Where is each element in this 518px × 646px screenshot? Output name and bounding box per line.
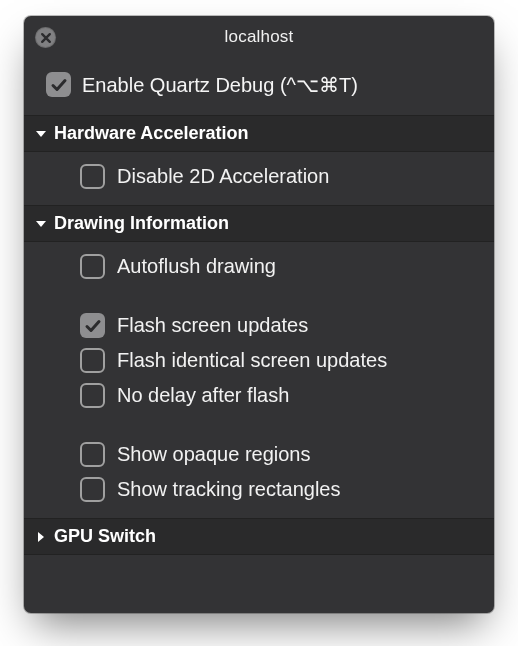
section-header-hardware[interactable]: Hardware Acceleration [24,115,494,152]
option-flash-updates[interactable]: Flash screen updates [80,313,476,338]
section-header-drawing[interactable]: Drawing Information [24,205,494,242]
spacer [80,289,476,303]
section-body-drawing: Autoflush drawing Flash screen updates F… [24,242,494,518]
panel-body: Enable Quartz Debug (^⌥⌘T) Hardware Acce… [24,58,494,565]
section-body-hardware: Disable 2D Acceleration [24,152,494,205]
checkbox-flash-updates[interactable] [80,313,105,338]
debug-panel: localhost Enable Quartz Debug (^⌥⌘T) Har… [24,16,494,613]
enable-quartz-label: Enable Quartz Debug (^⌥⌘T) [82,73,358,97]
disclosure-down-icon [34,217,48,231]
label-disable-2d: Disable 2D Acceleration [117,165,329,188]
label-no-delay: No delay after flash [117,384,289,407]
enable-quartz-row[interactable]: Enable Quartz Debug (^⌥⌘T) [24,58,494,115]
titlebar[interactable]: localhost [24,16,494,58]
option-autoflush[interactable]: Autoflush drawing [80,254,476,279]
option-flash-identical[interactable]: Flash identical screen updates [80,348,476,373]
label-tracking: Show tracking rectangles [117,478,340,501]
option-disable-2d[interactable]: Disable 2D Acceleration [80,164,476,189]
disclosure-down-icon [34,127,48,141]
checkbox-flash-identical[interactable] [80,348,105,373]
option-tracking[interactable]: Show tracking rectangles [80,477,476,502]
close-icon [40,32,52,44]
section-title-hardware: Hardware Acceleration [54,123,248,144]
checkbox-tracking[interactable] [80,477,105,502]
label-flash-updates: Flash screen updates [117,314,308,337]
window-title: localhost [225,27,294,47]
close-button[interactable] [35,27,56,48]
checkbox-autoflush[interactable] [80,254,105,279]
enable-quartz-checkbox[interactable] [46,72,71,97]
section-header-gpu[interactable]: GPU Switch [24,518,494,555]
section-title-gpu: GPU Switch [54,526,156,547]
spacer [80,418,476,432]
label-autoflush: Autoflush drawing [117,255,276,278]
label-flash-identical: Flash identical screen updates [117,349,387,372]
label-opaque: Show opaque regions [117,443,310,466]
section-title-drawing: Drawing Information [54,213,229,234]
option-opaque[interactable]: Show opaque regions [80,442,476,467]
checkbox-opaque[interactable] [80,442,105,467]
disclosure-right-icon [34,530,48,544]
checkbox-no-delay[interactable] [80,383,105,408]
checkbox-disable-2d[interactable] [80,164,105,189]
option-no-delay[interactable]: No delay after flash [80,383,476,408]
